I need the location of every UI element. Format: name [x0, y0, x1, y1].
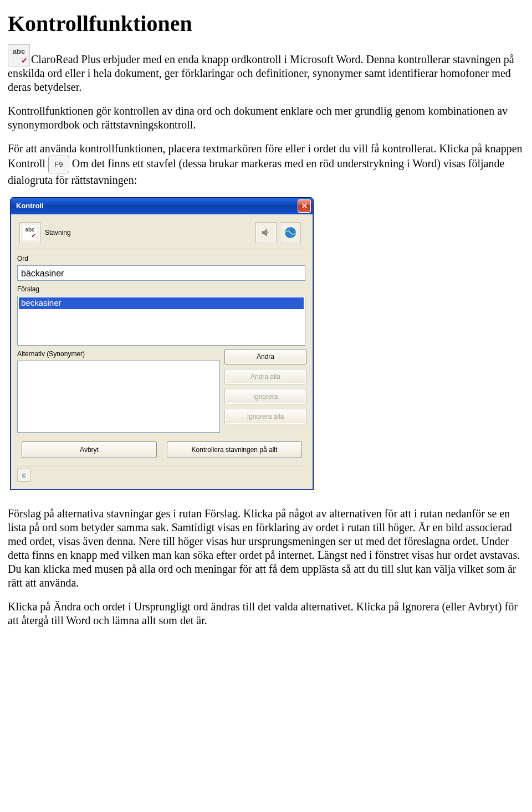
ignorera-button[interactable]: Ignorera	[224, 389, 306, 404]
globe-icon[interactable]	[280, 222, 301, 243]
dialog-toolbar: Stavning	[17, 220, 306, 249]
tab-stavning-label[interactable]: Stavning	[45, 229, 71, 237]
ord-label: Ord	[17, 255, 306, 263]
intro-text-3b: Om det finns ett stavfel (dessa brukar m…	[8, 157, 504, 186]
andra-alla-button[interactable]: Ändra alla	[224, 369, 306, 384]
intro-paragraph-1: ClaroRead Plus erbjuder med en enda knap…	[8, 44, 524, 94]
alternativ-listbox[interactable]	[17, 361, 220, 433]
intro-paragraph-2: Kontrollfunktionen gör kontrollen av din…	[8, 104, 524, 132]
alternativ-label: Alternativ (Synonymer)	[17, 350, 220, 358]
forslag-listbox[interactable]: beckasiner	[17, 296, 305, 346]
abc-check-icon	[8, 44, 30, 66]
dialog-title: Kontroll	[16, 202, 44, 210]
f9-key-icon	[48, 156, 69, 173]
avbryt-button[interactable]: Avbryt	[22, 441, 157, 458]
forslag-item-selected[interactable]: beckasiner	[19, 297, 304, 309]
ord-input[interactable]: bäckasiner	[17, 265, 305, 281]
abc-check-icon[interactable]	[19, 222, 40, 243]
intro-paragraph-3: För att använda kontrollfunktionen, plac…	[8, 142, 524, 187]
kontrollera-allt-button[interactable]: Kontrollera stavningen på allt	[167, 441, 302, 458]
forslag-label: Förslag	[17, 285, 306, 294]
andra-button[interactable]: Ändra	[224, 349, 306, 364]
intro-text-1: ClaroRead Plus erbjuder med en enda knap…	[8, 53, 514, 93]
kontroll-dialog: Kontroll ✕ Stavning Ord bäckasiner Försl…	[10, 197, 314, 490]
explain-paragraph-1: Förslag på alternativa stavningar ges i …	[8, 507, 524, 590]
dialog-titlebar[interactable]: Kontroll ✕	[11, 198, 313, 214]
status-indicator[interactable]: c	[17, 469, 30, 482]
close-icon[interactable]: ✕	[298, 199, 311, 213]
ignorera-alla-button[interactable]: Ignorera alla	[224, 409, 306, 424]
dialog-statusbar: c	[17, 466, 306, 482]
speaker-icon[interactable]	[255, 222, 277, 243]
explain-paragraph-2: Klicka på Ändra och ordet i Ursprungligt…	[8, 600, 524, 628]
page-title: Kontrollfunktionen	[8, 10, 524, 38]
